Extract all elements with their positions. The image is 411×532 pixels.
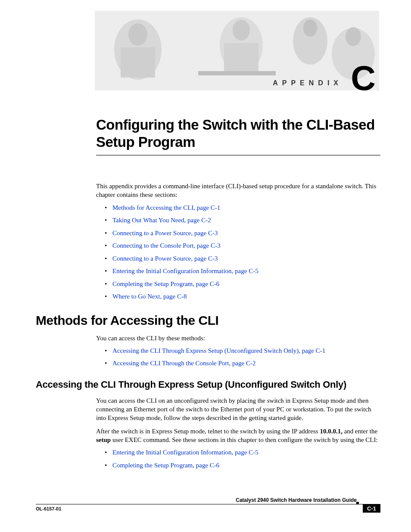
section2-links: Entering the Initial Configuration Infor… xyxy=(96,448,380,470)
chapter-intro: This appendix provides a command-line in… xyxy=(96,182,380,199)
ip-address: 10.0.0.1, xyxy=(320,428,342,435)
section2-p1: You can access the CLI on an unconfigure… xyxy=(96,396,380,423)
svg-point-2 xyxy=(128,23,147,46)
section-heading-methods: Methods for Accessing the CLI xyxy=(36,313,380,328)
page-number: C-1 xyxy=(363,504,380,513)
toc-item: Entering the Initial Configuration Infor… xyxy=(105,267,380,276)
text-run: and enter the xyxy=(342,428,377,435)
list-item: Completing the Setup Program, page C-6 xyxy=(105,461,380,470)
svg-rect-3 xyxy=(121,47,155,78)
appendix-banner: APPENDIX C xyxy=(95,11,379,90)
footer-bar: OL-6157-01 C-1 xyxy=(36,504,380,514)
toc-link[interactable]: Connecting to a Power Source, page C-3 xyxy=(112,230,218,236)
section-link[interactable]: Accessing the CLI Through Express Setup … xyxy=(112,347,325,354)
svg-rect-11 xyxy=(198,71,276,75)
section2-p2: After the switch is in Express Setup mod… xyxy=(96,427,380,445)
svg-rect-6 xyxy=(224,43,258,73)
command-name: setup xyxy=(96,436,111,443)
list-item: Accessing the CLI Through Express Setup … xyxy=(105,347,380,355)
toc-link[interactable]: Methods for Accessing the CLI, page C-1 xyxy=(112,204,220,211)
title-rule xyxy=(96,155,380,156)
toc-item: Taking Out What You Need, page C-2 xyxy=(105,216,380,225)
chapter-title: Configuring the Switch with the CLI-Base… xyxy=(96,116,380,150)
text-run: user EXEC command. See these sections in… xyxy=(111,436,377,443)
svg-point-5 xyxy=(233,20,250,40)
footer-doc-number: OL-6157-01 xyxy=(36,506,61,511)
page-footer: Catalyst 2940 Switch Hardware Installati… xyxy=(36,497,380,514)
toc-link[interactable]: Where to Go Next, page C-8 xyxy=(112,293,187,300)
appendix-letter: C xyxy=(351,61,376,90)
section-link[interactable]: Completing the Setup Program, page C-6 xyxy=(112,462,219,469)
svg-point-8 xyxy=(303,19,317,37)
list-item: Accessing the CLI Through the Console Po… xyxy=(105,359,380,368)
page-content: Configuring the Switch with the CLI-Base… xyxy=(36,116,380,478)
toc-link[interactable]: Connecting to a Power Source, page C-3 xyxy=(112,255,218,262)
section-link[interactable]: Entering the Initial Configuration Infor… xyxy=(112,449,258,456)
list-item: Entering the Initial Configuration Infor… xyxy=(105,448,380,457)
footer-tick-icon xyxy=(356,502,359,504)
toc-link[interactable]: Taking Out What You Need, page C-2 xyxy=(112,217,211,224)
section1-intro: You can access the CLI by these methods: xyxy=(96,334,380,342)
footer-guide-title: Catalyst 2940 Switch Hardware Installati… xyxy=(36,497,380,503)
toc-link[interactable]: Completing the Setup Program, page C-6 xyxy=(112,280,219,287)
svg-point-10 xyxy=(346,27,361,46)
toc-link[interactable]: Entering the Initial Configuration Infor… xyxy=(112,268,258,274)
chapter-toc: Methods for Accessing the CLI, page C-1 … xyxy=(96,204,380,301)
section-link[interactable]: Accessing the CLI Through the Console Po… xyxy=(112,360,256,367)
toc-item: Where to Go Next, page C-8 xyxy=(105,292,380,301)
subsection-heading-express: Accessing the CLI Through Express Setup … xyxy=(36,379,380,390)
appendix-label: APPENDIX xyxy=(273,79,342,87)
toc-item: Completing the Setup Program, page C-6 xyxy=(105,280,380,289)
toc-item: Methods for Accessing the CLI, page C-1 xyxy=(105,204,380,212)
toc-link[interactable]: Connecting to the Console Port, page C-3 xyxy=(112,242,220,249)
toc-item: Connecting to a Power Source, page C-3 xyxy=(105,229,380,238)
toc-item: Connecting to a Power Source, page C-3 xyxy=(105,255,380,263)
text-run: After the switch is in Express Setup mod… xyxy=(96,428,320,435)
toc-item: Connecting to the Console Port, page C-3 xyxy=(105,242,380,250)
section1-links: Accessing the CLI Through Express Setup … xyxy=(96,347,380,368)
